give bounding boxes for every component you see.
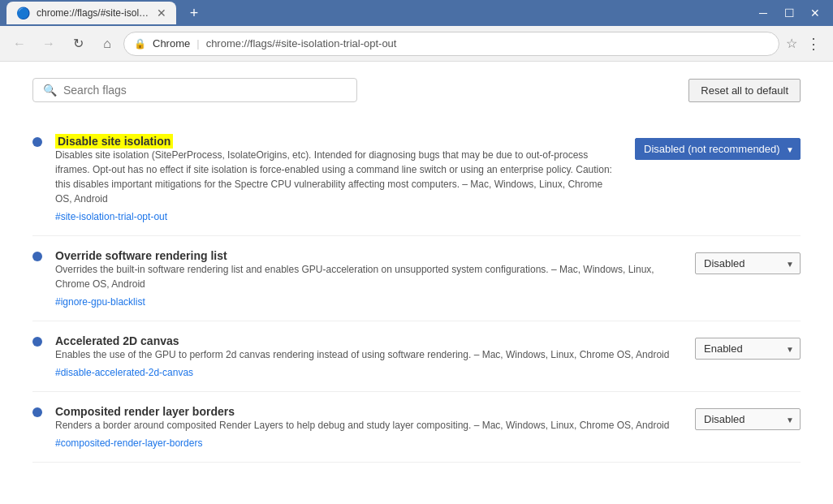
flag-bullet xyxy=(32,137,42,147)
browser-name: Chrome xyxy=(153,37,190,50)
close-button[interactable]: ✕ xyxy=(804,2,827,24)
tab-title: chrome://flags/#site-isolation-tr xyxy=(37,7,150,19)
chrome-menu-button[interactable]: ⋮ xyxy=(801,31,827,57)
flag-bullet xyxy=(32,252,42,261)
flag-content: Accelerated 2D canvas Enables the use of… xyxy=(55,334,682,378)
search-input[interactable] xyxy=(63,84,347,97)
flag-control[interactable]: DefaultDisabledEnabled xyxy=(695,408,801,430)
flag-description: Enables the use of the GPU to perform 2d… xyxy=(55,347,682,362)
flag-description: Renders a border around composited Rende… xyxy=(55,418,682,433)
refresh-button[interactable]: ↻ xyxy=(65,31,91,57)
flag-anchor-link[interactable]: #composited-render-layer-borders xyxy=(55,437,682,449)
flag-select-wrapper[interactable]: DefaultDisabledEnabled xyxy=(695,338,801,360)
flag-title: Override software rendering list xyxy=(55,249,227,262)
flag-select-wrapper[interactable]: DefaultDisabledEnabled xyxy=(695,252,801,274)
new-tab-button[interactable]: + xyxy=(183,2,205,24)
home-button[interactable]: ⌂ xyxy=(94,31,120,57)
restore-button[interactable]: ☐ xyxy=(778,2,801,24)
lock-icon: 🔒 xyxy=(134,38,146,50)
tab-close-button[interactable]: ✕ xyxy=(157,6,166,19)
flag-content: Disable site isolation Disables site iso… xyxy=(55,135,622,222)
flag-title: Accelerated 2D canvas xyxy=(55,334,179,347)
title-bar: 🔵 chrome://flags/#site-isolation-tr ✕ + … xyxy=(0,0,833,26)
search-icon: 🔍 xyxy=(43,84,57,97)
main-content: 🔍 Reset all to default Disable site isol… xyxy=(0,62,833,504)
address-separator: | xyxy=(196,37,199,50)
tab-strip: 🔵 chrome://flags/#site-isolation-tr ✕ + xyxy=(6,2,752,24)
minimize-button[interactable]: ─ xyxy=(752,2,775,24)
tab-favicon: 🔵 xyxy=(16,6,30,19)
active-tab[interactable]: 🔵 chrome://flags/#site-isolation-tr ✕ xyxy=(6,2,176,24)
flags-page: 🔍 Reset all to default Disable site isol… xyxy=(0,62,833,504)
flag-select[interactable]: DefaultDisabledEnabled xyxy=(695,252,801,274)
flag-description: Overrides the built-in software renderin… xyxy=(55,262,682,291)
bookmark-button[interactable]: ☆ xyxy=(786,36,797,51)
flag-select-wrapper[interactable]: DefaultDisabled (not recommended)Enabled xyxy=(635,138,801,160)
flag-title: Disable site isolation xyxy=(55,135,173,148)
flags-list: Disable site isolation Disables site iso… xyxy=(32,122,801,463)
address-bar[interactable]: 🔒 Chrome | chrome://flags/#site-isolatio… xyxy=(123,32,779,56)
nav-bar: ← → ↻ ⌂ 🔒 Chrome | chrome://flags/#site-… xyxy=(0,26,833,62)
flag-content: Composited render layer borders Renders … xyxy=(55,405,682,449)
back-button[interactable]: ← xyxy=(6,31,32,57)
window-controls: ─ ☐ ✕ xyxy=(752,2,827,24)
search-bar[interactable]: 🔍 xyxy=(32,78,357,102)
address-url[interactable]: chrome://flags/#site-isolation-trial-opt… xyxy=(206,37,769,50)
flag-title: Composited render layer borders xyxy=(55,405,235,418)
flag-anchor-link[interactable]: #ignore-gpu-blacklist xyxy=(55,296,682,308)
flag-anchor-link[interactable]: #site-isolation-trial-opt-out xyxy=(55,211,622,222)
flag-bullet xyxy=(32,337,42,347)
flag-item: Composited render layer borders Renders … xyxy=(32,392,801,463)
flag-description: Disables site isolation (SitePerProcess,… xyxy=(55,148,622,206)
search-bar-container: 🔍 Reset all to default xyxy=(32,78,801,102)
flag-control[interactable]: DefaultDisabledEnabled xyxy=(695,338,801,360)
flag-item: Accelerated 2D canvas Enables the use of… xyxy=(32,321,801,392)
flag-content: Override software rendering list Overrid… xyxy=(55,249,682,308)
flag-item: Disable site isolation Disables site iso… xyxy=(32,122,801,236)
flag-control[interactable]: DefaultDisabled (not recommended)Enabled xyxy=(635,138,801,160)
reset-all-button[interactable]: Reset all to default xyxy=(688,79,801,102)
flag-select[interactable]: DefaultDisabledEnabled xyxy=(695,338,801,360)
flag-select[interactable]: DefaultDisabledEnabled xyxy=(695,408,801,430)
flag-select[interactable]: DefaultDisabled (not recommended)Enabled xyxy=(635,138,801,160)
flag-bullet xyxy=(32,407,42,417)
flag-control[interactable]: DefaultDisabledEnabled xyxy=(695,252,801,274)
flag-select-wrapper[interactable]: DefaultDisabledEnabled xyxy=(695,408,801,430)
flag-item: Override software rendering list Overrid… xyxy=(32,236,801,321)
forward-button[interactable]: → xyxy=(36,31,62,57)
flag-anchor-link[interactable]: #disable-accelerated-2d-canvas xyxy=(55,367,682,378)
